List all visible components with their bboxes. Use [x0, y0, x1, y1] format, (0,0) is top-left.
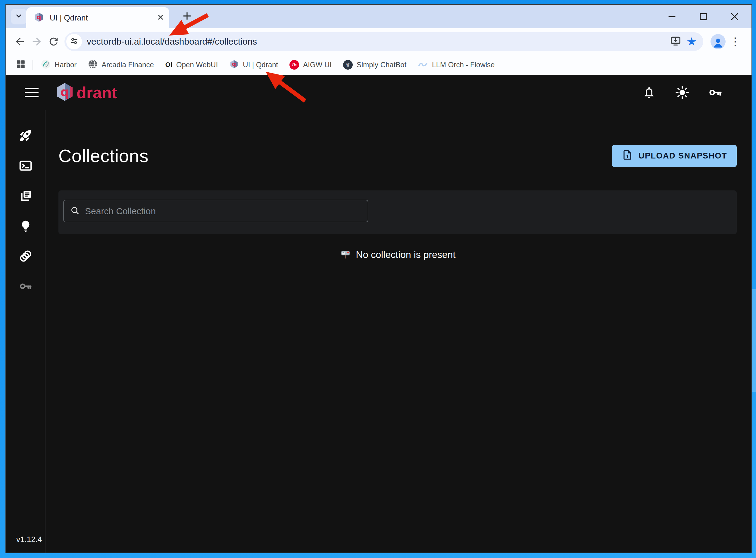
browser-window: q UI | Qdrant	[5, 4, 752, 553]
bookmarks-bar: Harbor Arcadia Finance OI Open WebUI	[6, 55, 752, 75]
maximize-button[interactable]	[697, 10, 710, 23]
sidebar-item-datasets[interactable]	[18, 250, 33, 264]
upload-file-icon	[622, 149, 633, 163]
qdrant-logo-icon: q	[54, 81, 75, 104]
window-controls	[665, 5, 741, 28]
tune-icon	[70, 36, 79, 47]
browser-toolbar: vectordb-ui.ai.local/dashboard#/collecti…	[6, 28, 752, 55]
crown-favicon: ♛	[343, 60, 353, 70]
minimize-button[interactable]	[665, 10, 679, 23]
bookmark-llm-orch-flowise[interactable]: LLM Orch - Flowise	[418, 59, 495, 71]
search-card	[58, 191, 737, 234]
forward-button[interactable]	[28, 33, 45, 50]
profile-avatar[interactable]	[710, 34, 726, 49]
bookmark-label: Simply ChatBot	[357, 60, 406, 69]
bookmark-label: AIGW UI	[303, 60, 332, 69]
address-bar[interactable]: vectordb-ui.ai.local/dashboard#/collecti…	[64, 32, 703, 51]
browser-tab[interactable]: q UI | Qdrant	[26, 7, 169, 28]
close-window-button[interactable]	[728, 10, 741, 23]
globe-favicon	[88, 59, 98, 70]
qdrant-logo-text: drant	[77, 83, 117, 102]
search-collection-input[interactable]	[85, 206, 362, 216]
mailbox-icon	[340, 248, 351, 261]
app-body: v1.12.4 Collections UPLOAD SNAPSHOT	[6, 110, 752, 553]
bookmark-harbor[interactable]: Harbor	[41, 59, 77, 70]
upload-snapshot-button[interactable]: UPLOAD SNAPSHOT	[612, 145, 737, 167]
svg-text:q: q	[232, 61, 236, 67]
api-key-icon[interactable]	[707, 85, 723, 100]
tab-title: UI | Qdrant	[50, 13, 151, 23]
desktop-background: q UI | Qdrant	[0, 0, 756, 558]
harbor-favicon	[41, 59, 51, 70]
header-actions	[641, 85, 723, 100]
bookmark-aigw-ui[interactable]: f5 AIGW UI	[289, 60, 332, 70]
bookmark-label: Open WebUI	[176, 60, 218, 69]
bookmark-label: Harbor	[54, 60, 77, 69]
bookmark-open-webui[interactable]: OI Open WebUI	[165, 60, 218, 69]
sidebar-item-console[interactable]	[18, 159, 33, 174]
bookmark-label: Arcadia Finance	[102, 60, 154, 69]
empty-state: No collection is present	[58, 248, 737, 261]
f5-favicon: f5	[289, 60, 299, 70]
empty-message: No collection is present	[356, 249, 456, 260]
main-content: Collections UPLOAD SNAPSHOT	[46, 110, 752, 553]
browser-menu-button[interactable]: ⋮	[726, 36, 745, 47]
bookmarks-divider	[32, 60, 33, 70]
qdrant-logo: q drant	[54, 81, 117, 104]
collections-stack-icon	[19, 189, 32, 204]
desktop-highlight	[752, 289, 756, 392]
reload-button[interactable]	[45, 33, 62, 50]
sidebar-nav: v1.12.4	[6, 110, 46, 553]
browser-titlebar: q UI | Qdrant	[6, 5, 752, 28]
bookmark-star-icon[interactable]: ★	[686, 36, 697, 47]
qdrant-app: q drant	[6, 75, 752, 553]
qdrant-favicon: q	[33, 12, 44, 24]
wave-favicon	[418, 59, 428, 71]
openwebui-favicon: OI	[165, 61, 172, 69]
lightbulb-icon	[19, 219, 32, 234]
theme-toggle-sun-icon[interactable]	[674, 85, 690, 100]
menu-hamburger-button[interactable]	[25, 88, 38, 97]
page-title-row: Collections UPLOAD SNAPSHOT	[58, 144, 737, 168]
back-button[interactable]	[11, 33, 28, 50]
search-icon	[70, 205, 80, 217]
qdrant-favicon: q	[229, 59, 239, 70]
collection-search-box[interactable]	[63, 200, 368, 222]
sidebar-item-collections[interactable]	[18, 189, 33, 204]
tab-close-button[interactable]	[157, 13, 164, 22]
install-app-icon[interactable]	[670, 35, 682, 48]
tab-search-button[interactable]	[11, 9, 26, 24]
page-title: Collections	[58, 146, 149, 166]
new-tab-button[interactable]	[180, 10, 194, 24]
app-header: q drant	[6, 75, 752, 110]
app-version: v1.12.4	[16, 535, 42, 544]
upload-snapshot-label: UPLOAD SNAPSHOT	[638, 151, 727, 160]
bookmark-arcadia-finance[interactable]: Arcadia Finance	[88, 59, 154, 70]
sidebar-item-access-keys[interactable]	[18, 280, 33, 294]
rocket-icon	[19, 129, 32, 144]
bookmark-label: UI | Qdrant	[243, 60, 278, 69]
sidebar-item-tutorial[interactable]	[18, 219, 33, 234]
bookmark-label: LLM Orch - Flowise	[432, 60, 495, 69]
apps-grid-icon[interactable]	[16, 59, 26, 71]
plus-icon	[182, 11, 192, 22]
svg-text:q: q	[60, 85, 69, 99]
site-settings-button[interactable]	[66, 34, 82, 49]
chevron-down-icon	[15, 12, 23, 21]
bookmark-simply-chatbot[interactable]: ♛ Simply ChatBot	[343, 60, 406, 70]
rings-icon	[19, 249, 32, 264]
key-icon-dimmed	[19, 279, 32, 294]
address-bar-url[interactable]: vectordb-ui.ai.local/dashboard#/collecti…	[87, 36, 665, 47]
notifications-bell-icon[interactable]	[641, 85, 657, 100]
bookmark-ui-qdrant[interactable]: q UI | Qdrant	[229, 59, 278, 70]
sidebar-item-welcome[interactable]	[18, 129, 33, 144]
terminal-icon	[19, 159, 32, 174]
svg-text:q: q	[36, 14, 41, 21]
